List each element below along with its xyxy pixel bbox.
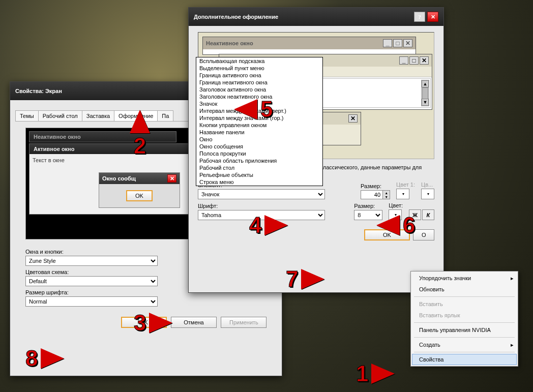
list-item[interactable]: Окно сообщения — [196, 143, 322, 150]
tab-settings[interactable]: Па — [157, 110, 173, 121]
tab-screensaver[interactable]: Заставка — [82, 110, 114, 121]
adv-cancel-button[interactable]: О — [413, 229, 434, 240]
list-item[interactable]: Кнопки управления окном — [196, 122, 322, 129]
font-label: Шрифт: — [198, 203, 348, 209]
windows-buttons-combo[interactable]: Zune Style — [25, 256, 158, 266]
adv-preview-inactive: Неактивное окно — [206, 40, 253, 46]
tab-appearance[interactable]: Оформление — [114, 110, 158, 121]
close-icon: ✕ — [420, 56, 429, 65]
list-item[interactable]: Интервал между значками (верт.) — [196, 107, 322, 114]
spin-down-icon[interactable]: ▼ — [382, 195, 390, 199]
adv-close-button[interactable]: ✕ — [427, 12, 438, 22]
menu-new[interactable]: Создать — [412, 339, 517, 350]
display-title: Свойства: Экран — [15, 88, 62, 94]
spin-up-icon[interactable]: ▲ — [382, 191, 390, 195]
italic-toggle[interactable]: К — [422, 209, 434, 220]
adv-help-button[interactable]: ? — [414, 12, 425, 22]
font-size-combo[interactable]: 8 — [354, 210, 382, 220]
size2-label: Размер: — [354, 203, 382, 209]
font-color-button[interactable] — [389, 209, 402, 220]
close-icon: ✕ — [403, 39, 412, 47]
adv-ok-button[interactable]: OK — [364, 229, 410, 240]
menu-paste: Вставить — [412, 298, 517, 310]
list-item[interactable]: Название панели — [196, 129, 322, 136]
color2-button[interactable] — [421, 189, 434, 199]
list-item[interactable]: Рельефные объекты — [196, 171, 322, 178]
scroll-down-icon: ▼ — [422, 99, 429, 106]
scroll-up-icon: ▲ — [422, 80, 429, 87]
tab-themes[interactable]: Темы — [15, 110, 39, 121]
menu-refresh[interactable]: Обновить — [412, 284, 517, 295]
close-icon: ✕ — [348, 114, 358, 123]
list-item[interactable]: Интервал между значками (гор.) — [196, 114, 322, 122]
color2-label: Цв... — [421, 182, 434, 188]
preview-msgbox-close-icon: ✕ — [167, 174, 176, 183]
list-item[interactable]: Рабочий стол — [196, 164, 322, 171]
ok-button[interactable]: OK — [121, 317, 167, 328]
minimize-icon: _ — [399, 56, 408, 65]
list-item[interactable]: Строка меню — [196, 178, 322, 186]
list-item[interactable]: Граница активного окна — [196, 72, 322, 79]
font-combo[interactable]: Tahoma — [198, 210, 325, 220]
color-scheme-combo[interactable]: Default — [25, 276, 158, 286]
font-size-combo[interactable]: Normal — [25, 296, 158, 307]
adv-title: Дополнительное оформление — [194, 14, 278, 20]
list-item[interactable]: Полоса прокрутки — [196, 150, 322, 157]
preview-msgbox-title: Окно сообщ — [102, 175, 136, 182]
list-item[interactable]: Заголовок неактивного окна — [196, 93, 322, 100]
scrollbar: ▲ ▼ — [421, 80, 429, 106]
menu-separator — [414, 296, 515, 297]
maximize-icon: □ — [393, 39, 402, 47]
preview-active-title: Активное окно — [29, 144, 191, 154]
preview-window-text: Текст в окне — [33, 157, 65, 163]
preview-msgbox-ok: OK — [126, 190, 153, 201]
apply-button: Применить — [221, 317, 266, 328]
size1-label: Размер: — [361, 183, 390, 189]
list-item[interactable]: Заголовок активного окна — [196, 86, 322, 93]
color1-button[interactable] — [396, 189, 409, 199]
menu-arrange-icons[interactable]: Упорядочить значки — [412, 273, 517, 284]
font-color-label: Цвет: — [389, 202, 403, 208]
adv-titlebar: Дополнительное оформление ? ✕ — [189, 8, 443, 26]
menu-separator — [414, 352, 515, 352]
list-item[interactable]: Рабочая область приложения — [196, 157, 322, 164]
menu-properties[interactable]: Свойства — [412, 354, 517, 365]
minimize-icon: _ — [383, 39, 392, 47]
menu-nvidia[interactable]: Панель управления NVIDIA — [412, 324, 517, 336]
tab-desktop[interactable]: Рабочий стол — [38, 110, 82, 121]
maximize-icon: □ — [409, 56, 419, 65]
menu-separator — [414, 337, 515, 338]
desktop-context-menu: Упорядочить значки Обновить Вставить Вст… — [410, 271, 518, 367]
color1-label: Цвет 1: — [396, 182, 415, 188]
list-item[interactable]: Окно — [196, 136, 322, 143]
element-combo[interactable]: Значок — [198, 189, 325, 199]
menu-separator — [414, 322, 515, 323]
menu-paste-shortcut: Вставить ярлык — [412, 310, 517, 321]
size1-spinner[interactable]: ▲▼ — [361, 190, 390, 199]
list-item[interactable]: Значок — [196, 100, 322, 107]
preview-inactive-title: Неактивное окно — [29, 132, 176, 142]
list-item[interactable]: Граница неактивного окна — [196, 79, 322, 86]
bold-toggle[interactable]: Ж — [409, 209, 421, 220]
element-dropdown-list[interactable]: Всплывающая подсказка Выделенный пункт м… — [196, 57, 323, 186]
list-item[interactable]: Всплывающая подсказка — [196, 57, 322, 65]
size1-input[interactable] — [361, 191, 382, 199]
cancel-button[interactable]: Отмена — [171, 317, 217, 328]
list-item[interactable]: Выделенный пункт меню — [196, 65, 322, 72]
